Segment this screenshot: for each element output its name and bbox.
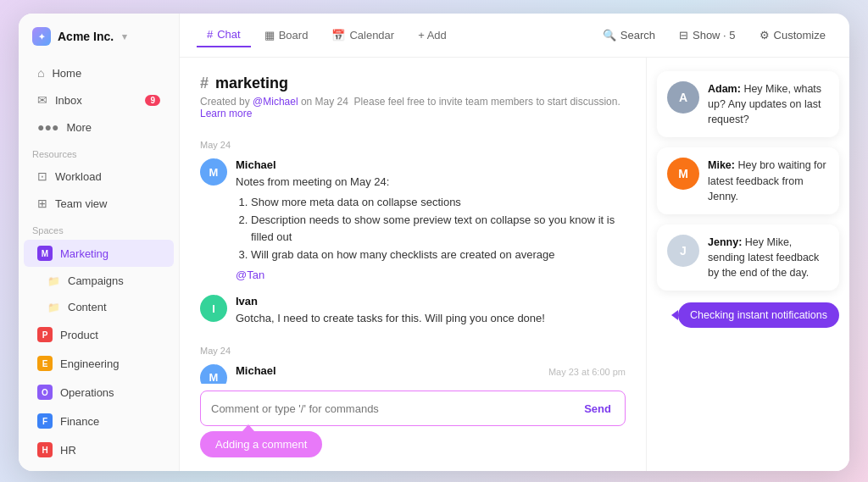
comment-area-wrapper: Send Adding a comment (200, 384, 626, 457)
space-dot-operations: O (37, 385, 53, 400)
chat-main: # marketing Created by @Michael on May 2… (180, 58, 646, 471)
sidebar-item-hr[interactable]: H HR (24, 436, 174, 463)
msg-text-ivan: Gotcha, I need to create tasks for this.… (236, 310, 626, 327)
space-dot-product: P (37, 327, 53, 342)
folder-icon: 📁 (47, 302, 60, 313)
teamview-icon: ⊞ (37, 197, 47, 210)
folder-icon: 📁 (47, 275, 60, 287)
notif-text-jenny: Jenny: Hey Mike, sending latest feedback… (708, 235, 829, 280)
calendar-icon: 📅 (331, 29, 345, 42)
app-container: ✦ Acme Inc. ▾ ⌂ Home ✉ Inbox 9 ●●● More … (19, 14, 849, 471)
sidebar-item-marketing[interactable]: M Marketing (24, 240, 174, 267)
tab-add[interactable]: + Add (408, 24, 457, 47)
resources-label: Resources (19, 141, 179, 163)
tab-chat[interactable]: # Chat (197, 23, 251, 47)
msg-content-michael-2: Michael May 23 at 6:00 pm Works for me. … (236, 364, 626, 385)
avatar-ivan: I (200, 295, 227, 322)
sidebar-item-campaigns[interactable]: 📁 Campaigns (24, 269, 174, 293)
search-button[interactable]: 🔍 Search (596, 25, 662, 45)
sidebar-item-workload[interactable]: ⊡ Workload (24, 163, 174, 189)
customize-button[interactable]: ⚙ Customize (753, 25, 832, 45)
space-dot-engineering: E (37, 356, 53, 371)
msg-content-ivan: Ivan Gotcha, I need to create tasks for … (236, 295, 626, 327)
sidebar-item-label: Engineering (60, 357, 119, 370)
sidebar: ✦ Acme Inc. ▾ ⌂ Home ✉ Inbox 9 ●●● More … (19, 14, 180, 471)
sidebar-item-content[interactable]: 📁 Content (24, 295, 174, 319)
sidebar-item-label: Inbox (55, 94, 82, 107)
channel-hash: # (200, 75, 209, 92)
notif-avatar-adam: A (667, 81, 699, 114)
messages-list: May 24 M Michael Notes from meeting on M… (200, 133, 626, 384)
show-label: Show · 5 (693, 29, 736, 42)
sidebar-item-label: Home (52, 67, 81, 80)
tab-calendar-label: Calendar (349, 29, 394, 42)
message-block-michael-2: M Michael May 23 at 6:00 pm Works for me… (200, 364, 626, 385)
inbox-icon: ✉ (37, 93, 47, 107)
msg-sender-michael-2: Michael (236, 364, 276, 377)
add-space-button[interactable]: + Add Space (24, 465, 174, 471)
notif-card-jenny: J Jenny: Hey Mike, sending latest feedba… (657, 224, 839, 291)
channel-name: marketing (215, 75, 288, 92)
main-content: # Chat ▦ Board 📅 Calendar + Add 🔍 Search (180, 14, 849, 471)
tab-calendar[interactable]: 📅 Calendar (321, 24, 404, 47)
tab-board-label: Board (279, 29, 309, 42)
brand-name: Acme Inc. (58, 30, 114, 43)
notif-avatar-mike: M (667, 158, 699, 190)
sidebar-item-label: HR (60, 444, 76, 457)
workload-icon: ⊡ (37, 169, 47, 183)
send-button[interactable]: Send (581, 402, 615, 415)
tab-board[interactable]: ▦ Board (254, 24, 319, 47)
tab-chat-label: Chat (217, 28, 240, 41)
space-dot-finance: F (37, 413, 53, 429)
sidebar-item-label: Product (60, 329, 98, 341)
notif-text-mike: Mike: Hey bro waiting for latest feedbac… (708, 158, 829, 203)
spaces-label: Spaces (19, 217, 179, 239)
notification-panel: A Adam: Hey Mike, whats up? Any updates … (646, 58, 849, 471)
creator-link[interactable]: @Michael (253, 96, 298, 108)
sidebar-item-label: Marketing (60, 247, 108, 260)
notif-card-mike: M Mike: Hey bro waiting for latest feedb… (657, 147, 839, 213)
learn-more-link[interactable]: Learn more (200, 108, 252, 119)
inbox-badge: 9 (145, 95, 160, 106)
mention: @Tan (236, 269, 264, 281)
notif-avatar-jenny: J (667, 235, 699, 267)
sidebar-item-engineering[interactable]: E Engineering (24, 350, 174, 377)
comment-bar[interactable]: Send (200, 391, 626, 426)
msg-time: May 23 at 6:00 pm (548, 367, 626, 377)
home-icon: ⌂ (37, 66, 44, 80)
notif-bottom-area: Checking instant notifications (657, 301, 839, 328)
sidebar-item-operations[interactable]: O Operations (24, 379, 174, 406)
customize-label: Customize (774, 29, 826, 42)
brand[interactable]: ✦ Acme Inc. ▾ (19, 27, 179, 59)
header-right: 🔍 Search ⊟ Show · 5 ⚙ Customize (596, 25, 832, 45)
msg-sender: Michael (236, 158, 626, 171)
message-block-michael-1: M Michael Notes from meeting on May 24: … (200, 158, 626, 283)
sidebar-item-teamview[interactable]: ⊞ Team view (24, 191, 174, 216)
message-block-ivan: I Ivan Gotcha, I need to create tasks fo… (200, 295, 626, 327)
sidebar-item-label: Team view (55, 197, 107, 210)
brand-icon: ✦ (32, 27, 51, 46)
sidebar-item-label: Content (68, 301, 107, 313)
channel-subtitle: Created by @Michael on May 24 Please fee… (200, 96, 626, 119)
sidebar-item-more[interactable]: ●●● More (24, 114, 174, 140)
search-label: Search (620, 29, 655, 42)
sidebar-item-finance[interactable]: F Finance (24, 407, 174, 435)
board-icon: ▦ (264, 29, 275, 42)
tooltip-adding: Adding a comment (200, 431, 322, 457)
show-button[interactable]: ⊟ Show · 5 (672, 25, 743, 45)
notif-text-adam: Adam: Hey Mike, whats up? Any updates on… (708, 81, 829, 127)
comment-input[interactable] (211, 402, 581, 415)
chat-area: # marketing Created by @Michael on May 2… (180, 58, 849, 471)
sidebar-item-product[interactable]: P Product (24, 321, 174, 348)
date-divider-1: May 24 (200, 140, 626, 150)
tooltip-checking: Checking instant notifications (678, 302, 839, 328)
show-icon: ⊟ (679, 29, 688, 42)
msg-content: Michael Notes from meeting on May 24: Sh… (236, 158, 626, 283)
sidebar-item-inbox[interactable]: ✉ Inbox 9 (24, 87, 174, 113)
sidebar-item-home[interactable]: ⌂ Home (24, 60, 174, 86)
msg-text: Notes from meeting on May 24: Show more … (236, 174, 626, 283)
header: # Chat ▦ Board 📅 Calendar + Add 🔍 Search (180, 14, 849, 58)
brand-chevron: ▾ (122, 31, 127, 42)
msg-sender-ivan: Ivan (236, 295, 626, 307)
sidebar-item-label: More (66, 121, 92, 134)
